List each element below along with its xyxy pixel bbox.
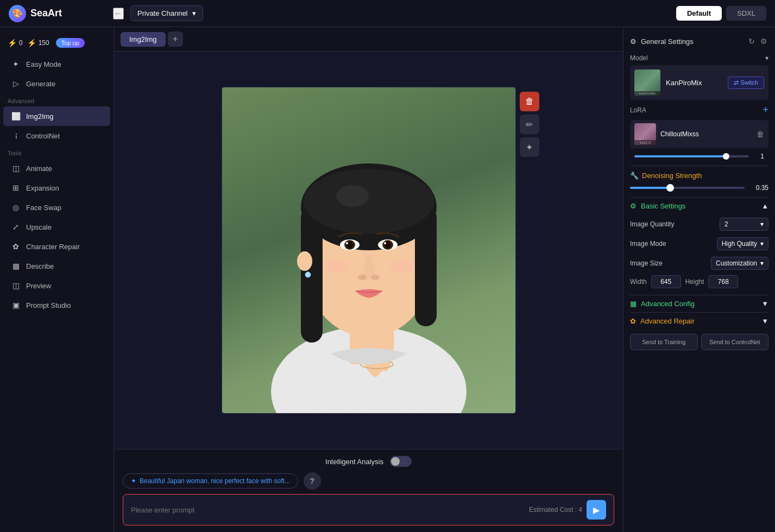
channel-selector[interactable]: Private Channel ▾ xyxy=(130,5,203,21)
lora-slider-track[interactable] xyxy=(634,155,749,157)
svg-point-8 xyxy=(336,185,369,207)
model-chevron-icon: ▾ xyxy=(765,54,768,62)
sidebar-label-preview: Preview xyxy=(26,282,51,290)
advanced-config-title: ▦ Advanced Config xyxy=(630,300,695,308)
image-mode-chevron-icon: ▾ xyxy=(760,240,764,248)
sidebar-section-tools: Tools xyxy=(0,145,114,159)
image-size-select[interactable]: Customization ▾ xyxy=(711,257,768,270)
general-settings-title: ⚙ General Settings xyxy=(630,37,694,46)
add-tab-button[interactable]: + xyxy=(168,31,183,47)
tab-sdxl[interactable]: SDXL xyxy=(726,6,766,21)
delete-image-button[interactable]: 🗑 xyxy=(520,92,539,111)
image-quantity-label: Image Quantity xyxy=(630,220,674,228)
describe-icon: ▦ xyxy=(11,261,21,271)
send-button[interactable]: ▶ xyxy=(587,500,606,520)
right-panel-inner: ⚙ General Settings ↻ ⚙ Model ▾ KanPiroMi… xyxy=(623,27,775,359)
svg-point-19 xyxy=(324,260,348,273)
sidebar-item-prompt-studio[interactable]: ▣ Prompt Studio xyxy=(3,295,110,315)
basic-settings-icon: ⚙ xyxy=(630,202,637,210)
send-to-training-label: Send to Training xyxy=(633,339,695,345)
image-quantity-select[interactable]: 2 ▾ xyxy=(720,218,768,231)
advanced-repair-header[interactable]: ✿ Advanced Repair ▼ xyxy=(630,312,768,330)
canvas-tab-img2img[interactable]: Img2Img xyxy=(121,32,166,47)
sidebar-item-describe[interactable]: ▦ Describe xyxy=(3,256,110,276)
help-button[interactable]: ? xyxy=(304,472,321,490)
sidebar-item-preview[interactable]: ◫ Preview xyxy=(3,276,110,295)
send-to-training-button[interactable]: Send to Training xyxy=(630,334,698,350)
svg-point-12 xyxy=(346,242,348,244)
edit-image-button[interactable]: ✏ xyxy=(520,115,539,134)
intelligent-analysis-label: Intelligent Analysis xyxy=(325,458,383,466)
advanced-config-icon: ▦ xyxy=(630,300,637,308)
sidebar-item-faceswap[interactable]: ◎ Face Swap xyxy=(3,198,110,217)
sidebar-item-expansion[interactable]: ⊞ Expansion xyxy=(3,178,110,198)
image-size-value: Customization xyxy=(716,259,757,267)
denoising-slider-thumb[interactable] xyxy=(666,184,674,192)
delete-lora-button[interactable]: 🗑 xyxy=(757,130,764,138)
magic-image-button[interactable]: ✦ xyxy=(520,137,539,157)
edit-icon: ✏ xyxy=(526,119,533,130)
image-mode-row: Image Mode High Quality ▾ xyxy=(630,234,768,254)
channel-chevron-icon: ▾ xyxy=(192,9,196,17)
suggestion-icon: ✦ xyxy=(131,477,136,485)
model-name: KanPiroMix xyxy=(660,79,728,87)
sidebar-label-img2img: Img2Img xyxy=(26,112,54,121)
svg-point-15 xyxy=(385,241,391,249)
image-container: 🗑 ✏ ✦ xyxy=(222,87,516,414)
magic-icon: ✦ xyxy=(526,142,533,153)
lora-name: ChilloutMixss xyxy=(660,130,752,138)
model-thumb-label: KanPiroMix xyxy=(634,91,660,96)
advanced-config-header[interactable]: ▦ Advanced Config ▼ xyxy=(630,295,768,312)
divider-1 xyxy=(630,166,768,166)
prompt-input[interactable] xyxy=(131,506,525,514)
model-row: KanPiroMix KanPiroMix ⇄ Switch xyxy=(630,65,768,100)
image-size-row: Image Size Customization ▾ xyxy=(630,254,768,273)
svg-point-17 xyxy=(358,275,367,280)
back-button[interactable]: ← xyxy=(113,8,124,20)
sidebar-item-character-repair[interactable]: ✿ Character Repair xyxy=(3,237,110,256)
add-lora-button[interactable]: + xyxy=(763,104,768,116)
advanced-repair-chevron-icon: ▼ xyxy=(761,317,768,325)
gear-button[interactable]: ⚙ xyxy=(759,36,768,47)
basic-settings-header[interactable]: ⚙ Basic Settings ▲ xyxy=(630,197,768,214)
sidebar-item-animate[interactable]: ◫ Animate xyxy=(3,159,110,178)
sidebar-item-upscale[interactable]: ⤢ Upscale xyxy=(3,217,110,237)
topbar-right: Default SDXL xyxy=(676,6,766,21)
width-input[interactable] xyxy=(651,275,681,288)
image-size-chevron-icon: ▾ xyxy=(760,259,764,267)
lora-slider-thumb[interactable] xyxy=(723,153,729,160)
image-mode-select[interactable]: High Quality ▾ xyxy=(717,237,768,250)
generate-icon: ▷ xyxy=(11,79,21,88)
sidebar-item-generate[interactable]: ▷ Generate xyxy=(3,74,110,93)
prompt-suggestion[interactable]: ✦ Beautiful Japan woman, nice perfect fa… xyxy=(123,473,298,489)
refresh-button[interactable]: ↻ xyxy=(747,36,756,47)
sidebar-label-describe: Describe xyxy=(26,262,54,270)
portrait-canvas xyxy=(222,87,515,413)
height-label: Height xyxy=(685,278,704,286)
basic-settings-label: Basic Settings xyxy=(641,202,685,210)
suggestion-row: ✦ Beautiful Japan woman, nice perfect fa… xyxy=(123,472,614,490)
portrait-svg xyxy=(222,87,515,413)
topup-button[interactable]: Top up xyxy=(56,38,85,48)
tab-default[interactable]: Default xyxy=(676,6,722,21)
switch-model-button[interactable]: ⇄ Switch xyxy=(728,77,764,89)
svg-rect-6 xyxy=(415,207,437,326)
height-input[interactable] xyxy=(708,275,738,288)
basic-settings-title: ⚙ Basic Settings xyxy=(630,202,685,210)
basic-settings-chevron-icon: ▲ xyxy=(761,202,768,210)
send-to-controlnet-label: Send to ControlNet xyxy=(704,339,766,345)
svg-rect-5 xyxy=(301,207,323,343)
sidebar-label-expansion: Expansion xyxy=(26,184,59,192)
lora-item: sss1.0 ChilloutMixss 🗑 xyxy=(630,120,768,148)
prompt-input-row: Estimated Cost : 4 ▶ xyxy=(123,494,614,525)
svg-point-22 xyxy=(305,272,311,277)
sidebar-item-controlnet[interactable]: ⫶ ControlNet xyxy=(3,126,110,145)
image-size-label: Image Size xyxy=(630,259,663,267)
sidebar-item-easy-mode[interactable]: ✦ Easy Mode xyxy=(3,54,110,74)
svg-point-16 xyxy=(384,242,386,244)
send-to-controlnet-button[interactable]: Send to ControlNet xyxy=(701,334,769,350)
suggestion-text: Beautiful Japan woman, nice perfect face… xyxy=(140,477,290,485)
denoising-slider-track[interactable] xyxy=(630,187,745,189)
intelligent-analysis-toggle[interactable] xyxy=(390,456,412,467)
sidebar-item-img2img[interactable]: ⬜ Img2Img xyxy=(3,106,110,126)
